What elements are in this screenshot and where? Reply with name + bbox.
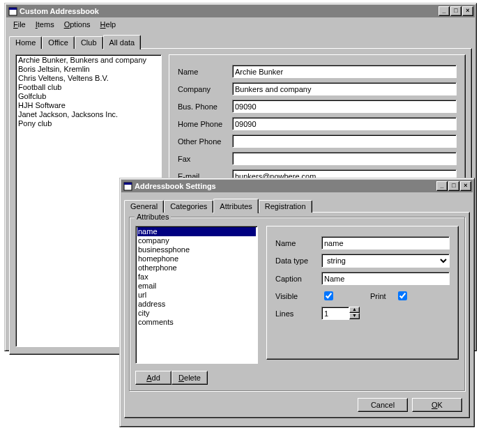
attr-datatype-label: Data type [275,256,321,265]
svg-rect-1 [9,8,17,10]
settings-minimize-button[interactable]: _ [436,181,448,191]
settings-tabs: General Categories Attributes Registrati… [124,198,470,213]
minimize-button[interactable]: _ [438,6,450,16]
tab-home[interactable]: Home [9,36,42,49]
tab-general[interactable]: General [124,200,164,213]
list-item[interactable]: Archie Bunker, Bunkers and company [17,56,160,65]
otherphone-field[interactable] [232,135,457,148]
tab-categories[interactable]: Categories [164,200,213,213]
settings-window: Addressbook Settings _ □ × General Categ… [119,178,475,427]
attr-visible-label: Visible [275,292,321,300]
homephone-field[interactable] [232,117,457,130]
settings-titlebar[interactable]: Addressbook Settings _ □ × [121,180,473,192]
attr-caption-field[interactable] [321,272,450,285]
list-item[interactable]: email [137,282,256,291]
attr-visible-checkbox[interactable] [324,291,333,300]
lines-spin-up[interactable]: ▲ [349,307,360,313]
list-item[interactable]: Chris Veltens, Veltens B.V. [17,74,160,83]
maximize-button[interactable]: □ [450,6,461,16]
tab-attributes[interactable]: Attributes [213,199,258,213]
list-item[interactable]: Janet Jackson, Jacksons Inc. [17,110,160,119]
settings-icon [123,181,132,191]
menu-file[interactable]: File [9,20,30,29]
company-field[interactable] [232,82,457,95]
attr-name-label: Name [275,239,321,247]
attr-caption-label: Caption [275,275,321,283]
list-item[interactable]: address [137,300,256,309]
attr-name-field[interactable] [321,236,450,249]
list-item[interactable]: Golfclub [17,92,160,101]
menu-help[interactable]: Help [96,20,121,29]
list-item[interactable]: HJH Software [17,101,160,110]
delete-button[interactable]: Delete [171,371,208,385]
tab-club[interactable]: Club [75,36,103,49]
list-item[interactable]: Football club [17,83,160,92]
lines-spin-down[interactable]: ▼ [349,313,360,319]
list-item[interactable]: Boris Jeltsin, Kremlin [17,65,160,74]
label-fax: Fax [178,155,232,163]
list-item[interactable]: businessphone [137,245,256,254]
attributes-group-label: Attributes [135,213,171,221]
label-company: Company [178,85,232,93]
attr-datatype-select[interactable]: string [321,254,450,268]
menu-options[interactable]: Options [60,20,95,29]
ok-button[interactable]: OK [412,398,462,412]
list-item[interactable]: otherphone [137,263,256,272]
settings-maximize-button[interactable]: □ [448,181,459,191]
menubar: File Items Options Help [5,19,476,30]
label-busphone: Bus. Phone [178,102,232,111]
app-icon [8,6,17,16]
tab-registration[interactable]: Registration [259,200,312,213]
busphone-field[interactable] [232,100,457,113]
attr-lines-field[interactable] [321,307,349,320]
list-item[interactable]: fax [137,272,256,282]
attributes-list[interactable]: namecompanybusinessphonehomephoneotherph… [135,226,258,364]
close-button[interactable]: × [462,6,473,16]
menu-items[interactable]: Items [31,20,59,29]
settings-close-button[interactable]: × [460,181,471,191]
svg-rect-3 [124,183,132,185]
list-item[interactable]: company [137,236,256,245]
list-item[interactable]: homephone [137,254,256,263]
label-homephone: Home Phone [178,120,232,128]
name-field[interactable] [232,65,457,78]
list-item[interactable]: city [137,309,256,318]
label-name: Name [178,68,232,76]
settings-title: Addressbook Settings [135,182,436,190]
fax-field[interactable] [232,152,457,165]
list-item[interactable]: url [137,291,256,300]
attr-print-label: Print [370,292,395,300]
tab-office[interactable]: Office [42,36,75,49]
titlebar[interactable]: Custom Addressbook _ □ × [6,5,475,17]
window-title: Custom Addressbook [20,7,438,15]
list-item[interactable]: name [137,227,256,236]
label-otherphone: Other Phone [178,137,232,146]
main-tabs: Home Office Club All data [9,34,472,49]
cancel-button[interactable]: Cancel [358,398,408,412]
attr-lines-label: Lines [275,309,321,318]
list-item[interactable]: comments [137,318,256,327]
add-button[interactable]: Add [135,371,171,385]
attr-print-checkbox[interactable] [398,291,407,300]
tab-alldata[interactable]: All data [103,35,142,49]
list-item[interactable]: Pony club [17,119,160,128]
